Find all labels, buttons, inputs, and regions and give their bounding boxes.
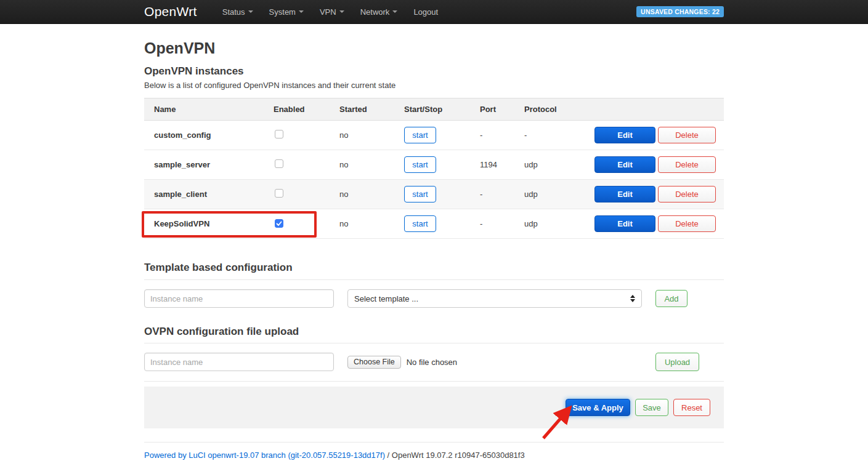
enabled-checkbox[interactable] (275, 219, 283, 228)
divider (144, 279, 724, 280)
check-icon (276, 220, 282, 226)
no-file-chosen-text: No file chosen (407, 358, 457, 367)
template-select-value: Select template ... (354, 294, 630, 303)
chevron-down-icon (392, 10, 397, 13)
main-content: OpenVPN OpenVPN instances Below is a lis… (144, 39, 724, 460)
nav-item-label: VPN (320, 7, 336, 17)
save-button[interactable]: Save (635, 399, 668, 416)
table-row: sample_client no start - udp Edit Delete (144, 180, 724, 209)
divider (144, 442, 724, 443)
footer: Powered by LuCI openwrt-19.07 branch (gi… (144, 451, 724, 460)
enabled-checkbox[interactable] (275, 130, 283, 138)
protocol-value: udp (524, 219, 594, 228)
save-apply-button[interactable]: Save & Apply (566, 399, 630, 416)
instance-name: KeepSolidVPN (144, 219, 274, 228)
instances-section-title: OpenVPN instances (144, 65, 724, 78)
template-form-row: Select template ... Add (144, 289, 724, 308)
column-header-started: Started (339, 105, 404, 114)
table-row: KeepSolidVPN no start - udp Edit Delete (144, 209, 724, 239)
chevron-down-icon (299, 10, 304, 13)
protocol-value: - (524, 130, 594, 140)
upload-instance-name-input[interactable] (144, 353, 334, 371)
nav-item-logout[interactable]: Logout (405, 0, 446, 23)
divider (144, 343, 724, 343)
select-arrows-icon (630, 295, 635, 302)
column-header-protocol: Protocol (524, 105, 594, 114)
protocol-value: udp (524, 190, 594, 199)
template-instance-name-input[interactable] (144, 289, 334, 308)
start-button[interactable]: start (404, 186, 436, 202)
file-input-group: Choose File No file chosen (347, 356, 457, 369)
nav-item-label: System (269, 7, 296, 17)
nav-item-label: Logout (413, 7, 438, 17)
table-header-row: Name Enabled Started Start/Stop Port Pro… (144, 98, 724, 121)
navbar: OpenWrt Status System VPN Network Logout (0, 0, 868, 24)
enabled-checkbox[interactable] (275, 159, 283, 168)
table-row: sample_server no start 1194 udp Edit Del… (144, 150, 724, 180)
start-button[interactable]: start (404, 127, 436, 143)
page-actions-bar: Save & Apply Save Reset (144, 387, 724, 428)
instances-table: Name Enabled Started Start/Stop Port Pro… (144, 98, 724, 239)
choose-file-button[interactable]: Choose File (347, 356, 401, 369)
upload-form-row: Choose File No file chosen Upload (144, 353, 724, 371)
chevron-down-icon (339, 10, 344, 13)
unsaved-changes-badge[interactable]: UNSAVED CHANGES: 22 (636, 6, 724, 17)
chevron-down-icon (248, 10, 253, 13)
instance-name: sample_server (144, 160, 274, 169)
started-value: no (339, 219, 404, 228)
reset-button[interactable]: Reset (673, 399, 710, 416)
delete-button[interactable]: Delete (658, 127, 716, 143)
navbar-inner: OpenWrt Status System VPN Network Logout (144, 0, 724, 23)
template-section-title: Template based configuration (144, 262, 724, 274)
protocol-value: udp (524, 160, 594, 169)
nav-item-network[interactable]: Network (352, 0, 406, 23)
page-title: OpenVPN (144, 39, 724, 57)
nav-menu: Status System VPN Network Logout (214, 0, 446, 23)
template-select[interactable]: Select template ... (347, 289, 642, 308)
openwrt-version-text: / OpenWrt 19.07.2 r10947-65030d81f3 (385, 451, 525, 460)
nav-item-label: Status (222, 7, 245, 17)
add-button[interactable]: Add (655, 290, 688, 307)
instances-section-description: Below is a list of configured OpenVPN in… (144, 81, 724, 90)
edit-button[interactable]: Edit (594, 186, 655, 202)
divider (144, 381, 724, 382)
delete-button[interactable]: Delete (658, 156, 716, 173)
port-value: - (480, 190, 524, 199)
start-button[interactable]: start (404, 215, 436, 232)
upload-button[interactable]: Upload (655, 353, 699, 371)
table-row: custom_config no start - - Edit Delete (144, 121, 724, 150)
start-button[interactable]: start (404, 156, 436, 173)
started-value: no (339, 130, 404, 140)
column-header-enabled: Enabled (274, 105, 339, 114)
enabled-checkbox[interactable] (275, 189, 283, 198)
brand-logo[interactable]: OpenWrt (144, 4, 197, 19)
luci-branch-link[interactable]: Powered by LuCI openwrt-19.07 branch (gi… (144, 451, 385, 460)
port-value: - (480, 219, 524, 228)
nav-item-system[interactable]: System (261, 0, 312, 23)
nav-item-vpn[interactable]: VPN (312, 0, 352, 23)
nav-item-status[interactable]: Status (214, 0, 261, 23)
delete-button[interactable]: Delete (658, 215, 716, 232)
edit-button[interactable]: Edit (594, 127, 655, 143)
column-header-name: Name (144, 105, 274, 114)
delete-button[interactable]: Delete (658, 186, 716, 202)
started-value: no (339, 190, 404, 199)
started-value: no (339, 160, 404, 169)
port-value: - (480, 130, 524, 140)
column-header-port: Port (480, 105, 524, 114)
edit-button[interactable]: Edit (594, 215, 655, 232)
upload-section-title: OVPN configuration file upload (144, 326, 724, 338)
port-value: 1194 (480, 160, 524, 169)
instance-name: sample_client (144, 190, 274, 199)
instance-name: custom_config (144, 130, 274, 140)
edit-button[interactable]: Edit (594, 156, 655, 173)
nav-item-label: Network (360, 7, 390, 17)
column-header-start-stop: Start/Stop (404, 105, 480, 114)
